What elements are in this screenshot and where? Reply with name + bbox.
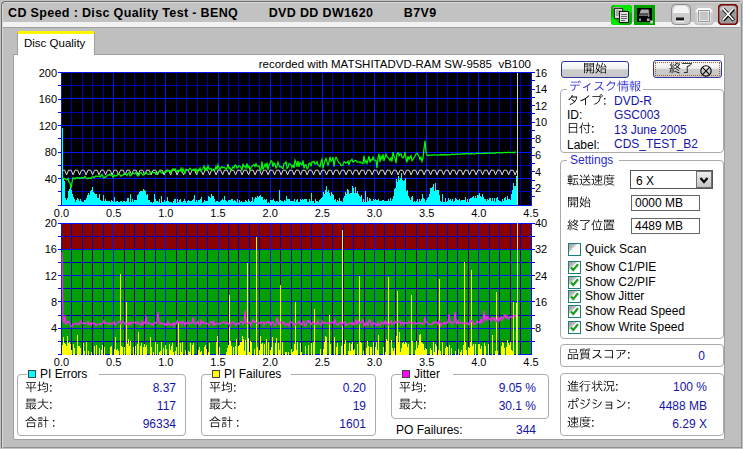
svg-text:16: 16 <box>45 243 57 255</box>
svg-text:4: 4 <box>535 166 541 178</box>
svg-text:4.5: 4.5 <box>523 207 538 219</box>
svg-text:2.5: 2.5 <box>315 207 330 219</box>
svg-text:16: 16 <box>535 67 547 79</box>
svg-text:3.0: 3.0 <box>367 356 382 368</box>
svg-text:4.0: 4.0 <box>471 356 486 368</box>
svg-text:2.0: 2.0 <box>263 207 278 219</box>
svg-text:2: 2 <box>535 182 541 194</box>
svg-text:12: 12 <box>535 100 547 112</box>
svg-text:24: 24 <box>535 270 547 282</box>
svg-text:14: 14 <box>535 83 547 95</box>
svg-text:40: 40 <box>535 217 547 229</box>
svg-text:3.5: 3.5 <box>419 207 434 219</box>
svg-text:8: 8 <box>535 322 541 334</box>
svg-text:4.0: 4.0 <box>471 207 486 219</box>
svg-text:0.5: 0.5 <box>106 356 121 368</box>
svg-text:0.0: 0.0 <box>54 207 69 219</box>
svg-text:0.5: 0.5 <box>106 207 121 219</box>
svg-text:1.0: 1.0 <box>158 356 173 368</box>
svg-text:1.5: 1.5 <box>210 207 225 219</box>
svg-text:16: 16 <box>535 296 547 308</box>
svg-text:120: 120 <box>39 120 57 132</box>
svg-text:8: 8 <box>535 133 541 145</box>
svg-text:4: 4 <box>51 322 57 334</box>
svg-text:2.5: 2.5 <box>315 356 330 368</box>
svg-text:20: 20 <box>45 217 57 229</box>
svg-text:10: 10 <box>535 116 547 128</box>
svg-text:160: 160 <box>39 93 57 105</box>
svg-text:6: 6 <box>535 149 541 161</box>
svg-text:1.0: 1.0 <box>158 207 173 219</box>
svg-text:8: 8 <box>51 296 57 308</box>
svg-text:3.0: 3.0 <box>367 207 382 219</box>
svg-text:32: 32 <box>535 243 547 255</box>
svg-text:80: 80 <box>45 146 57 158</box>
svg-text:12: 12 <box>45 270 57 282</box>
svg-text:recorded with MATSHITADVD-RAM: recorded with MATSHITADVD-RAM SW-9585 vB… <box>259 58 531 70</box>
svg-text:40: 40 <box>45 173 57 185</box>
svg-text:4.5: 4.5 <box>523 356 538 368</box>
svg-text:200: 200 <box>39 67 57 79</box>
